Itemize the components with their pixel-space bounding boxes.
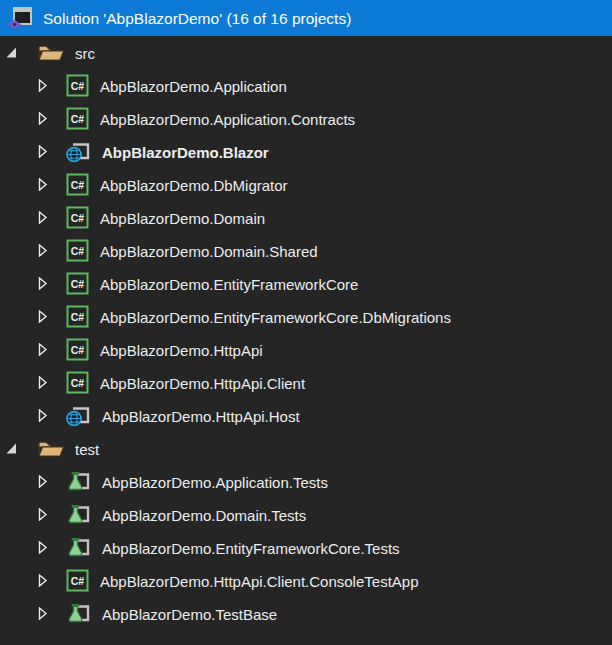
tree-row[interactable]: AbpBlazorDemo.EntityFrameworkCore.Tests — [0, 531, 612, 564]
svg-text:C#: C# — [71, 311, 85, 323]
tree-row-label: test — [75, 441, 99, 457]
test-project-icon — [66, 503, 91, 526]
svg-text:C#: C# — [71, 245, 85, 257]
collapsed-arrow-icon[interactable] — [36, 508, 49, 521]
tree-row-label: AbpBlazorDemo.Application — [100, 78, 287, 94]
csharp-project-icon: C# — [66, 569, 89, 592]
collapsed-arrow-icon[interactable] — [36, 145, 49, 158]
collapsed-arrow-icon[interactable] — [36, 343, 49, 356]
collapsed-arrow-icon[interactable] — [36, 376, 49, 389]
tree-row[interactable]: src — [0, 36, 612, 69]
tree-row-label: AbpBlazorDemo.HttpApi — [100, 342, 263, 358]
tree-row[interactable]: C# AbpBlazorDemo.Application — [0, 69, 612, 102]
tree-row[interactable]: C# AbpBlazorDemo.HttpApi — [0, 333, 612, 366]
csharp-project-icon: C# — [66, 74, 89, 97]
tree-row[interactable]: C# AbpBlazorDemo.HttpApi.Client — [0, 366, 612, 399]
svg-text:C#: C# — [71, 575, 85, 587]
tree-row[interactable]: C# AbpBlazorDemo.DbMigrator — [0, 168, 612, 201]
tree-row[interactable]: C# AbpBlazorDemo.Domain.Shared — [0, 234, 612, 267]
collapsed-arrow-icon[interactable] — [36, 574, 49, 587]
tree-row-label: AbpBlazorDemo.DbMigrator — [100, 177, 288, 193]
tree-row-label: AbpBlazorDemo.Domain — [100, 210, 265, 226]
tree-row-label: src — [75, 45, 95, 61]
tree-row-label: AbpBlazorDemo.Application.Contracts — [100, 111, 355, 127]
solution-row[interactable]: Solution 'AbpBlazorDemo' (16 of 16 proje… — [0, 0, 612, 36]
test-project-icon — [66, 536, 91, 559]
collapsed-arrow-icon[interactable] — [36, 541, 49, 554]
collapsed-arrow-icon[interactable] — [36, 607, 49, 620]
folder-open-icon — [37, 42, 65, 63]
test-project-icon — [66, 470, 91, 493]
tree-row[interactable]: AbpBlazorDemo.Blazor — [0, 135, 612, 168]
tree-row-label: AbpBlazorDemo.EntityFrameworkCore.Tests — [102, 540, 400, 556]
svg-text:C#: C# — [71, 344, 85, 356]
tree-row[interactable]: test — [0, 432, 612, 465]
visual-studio-solution-icon — [6, 6, 33, 31]
solution-label: Solution 'AbpBlazorDemo' (16 of 16 proje… — [43, 10, 351, 27]
svg-text:C#: C# — [71, 113, 85, 125]
tree-row[interactable]: AbpBlazorDemo.Application.Tests — [0, 465, 612, 498]
collapsed-arrow-icon[interactable] — [36, 277, 49, 290]
folder-open-icon — [37, 438, 65, 459]
collapsed-arrow-icon[interactable] — [36, 244, 49, 257]
solution-explorer: Solution 'AbpBlazorDemo' (16 of 16 proje… — [0, 0, 612, 645]
collapsed-arrow-icon[interactable] — [36, 409, 49, 422]
collapsed-arrow-icon[interactable] — [36, 310, 49, 323]
svg-text:C#: C# — [71, 377, 85, 389]
tree-row-label: AbpBlazorDemo.Blazor — [102, 144, 269, 160]
tree-row[interactable]: C# AbpBlazorDemo.EntityFrameworkCore.DbM… — [0, 300, 612, 333]
collapsed-arrow-icon[interactable] — [36, 475, 49, 488]
csharp-project-icon: C# — [66, 305, 89, 328]
csharp-project-icon: C# — [66, 239, 89, 262]
tree-row-label: AbpBlazorDemo.Domain.Tests — [102, 507, 306, 523]
tree-row-label: AbpBlazorDemo.HttpApi.Host — [102, 408, 300, 424]
tree-row[interactable]: C# AbpBlazorDemo.HttpApi.Client.ConsoleT… — [0, 564, 612, 597]
tree-row[interactable]: C# AbpBlazorDemo.Application.Contracts — [0, 102, 612, 135]
csharp-project-icon: C# — [66, 206, 89, 229]
tree-row[interactable]: AbpBlazorDemo.TestBase — [0, 597, 612, 630]
collapsed-arrow-icon[interactable] — [36, 211, 49, 224]
expanded-arrow-icon[interactable] — [5, 47, 18, 58]
tree-row[interactable]: AbpBlazorDemo.Domain.Tests — [0, 498, 612, 531]
tree-row[interactable]: C# AbpBlazorDemo.Domain — [0, 201, 612, 234]
tree-row-label: AbpBlazorDemo.EntityFrameworkCore.DbMigr… — [100, 309, 451, 325]
csharp-project-icon: C# — [66, 371, 89, 394]
collapsed-arrow-icon[interactable] — [36, 79, 49, 92]
tree-row[interactable]: AbpBlazorDemo.HttpApi.Host — [0, 399, 612, 432]
svg-text:C#: C# — [71, 278, 85, 290]
csharp-project-icon: C# — [66, 272, 89, 295]
tree-row-label: AbpBlazorDemo.HttpApi.Client.ConsoleTest… — [100, 573, 419, 589]
solution-tree: src C# AbpBlazorDemo.Application C# AbpB… — [0, 36, 612, 630]
tree-row-label: AbpBlazorDemo.EntityFrameworkCore — [100, 276, 358, 292]
web-project-icon — [66, 404, 91, 427]
test-project-icon — [66, 602, 91, 625]
csharp-project-icon: C# — [66, 107, 89, 130]
tree-row[interactable]: C# AbpBlazorDemo.EntityFrameworkCore — [0, 267, 612, 300]
svg-text:C#: C# — [71, 179, 85, 191]
tree-row-label: AbpBlazorDemo.TestBase — [102, 606, 277, 622]
csharp-project-icon: C# — [66, 338, 89, 361]
svg-text:C#: C# — [71, 80, 85, 92]
tree-row-label: AbpBlazorDemo.HttpApi.Client — [100, 375, 305, 391]
collapsed-arrow-icon[interactable] — [36, 112, 49, 125]
tree-row-label: AbpBlazorDemo.Application.Tests — [102, 474, 328, 490]
svg-text:C#: C# — [71, 212, 85, 224]
web-project-icon — [66, 140, 91, 163]
csharp-project-icon: C# — [66, 173, 89, 196]
tree-row-label: AbpBlazorDemo.Domain.Shared — [100, 243, 318, 259]
expanded-arrow-icon[interactable] — [5, 443, 18, 454]
collapsed-arrow-icon[interactable] — [36, 178, 49, 191]
